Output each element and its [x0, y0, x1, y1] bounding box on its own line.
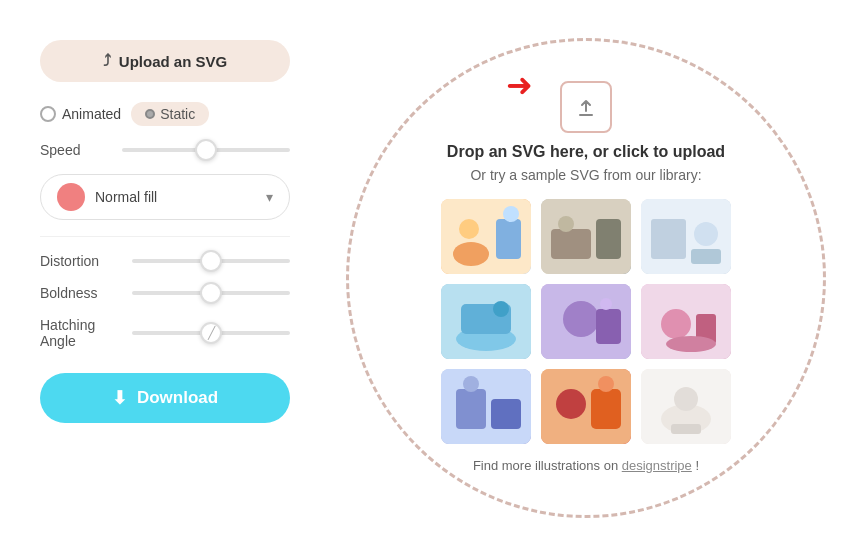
divider-1 [40, 236, 290, 237]
svg-rect-19 [596, 309, 621, 344]
svg-rect-6 [551, 229, 591, 259]
svg-point-32 [598, 376, 614, 392]
distortion-label: Distortion [40, 253, 120, 269]
svg-point-4 [503, 206, 519, 222]
svg-rect-10 [651, 219, 686, 259]
svg-point-2 [459, 219, 479, 239]
find-more-prefix: Find more illustrations on [473, 458, 622, 473]
distortion-thumb[interactable] [200, 250, 222, 272]
boldness-slider[interactable] [132, 291, 290, 295]
animation-toggle-row: Animated Static [40, 102, 290, 126]
sample-thumb-2[interactable] [541, 199, 631, 274]
speed-slider[interactable] [122, 148, 290, 152]
svg-point-16 [493, 301, 509, 317]
svg-point-11 [694, 222, 718, 246]
drop-text: Drop an SVG here, or click to upload [447, 143, 725, 161]
sample-thumb-5[interactable] [541, 284, 631, 359]
svg-point-8 [558, 216, 574, 232]
download-icon: ⬇ [112, 387, 127, 409]
boldness-row: Boldness [40, 285, 290, 301]
sample-thumb-3[interactable] [641, 199, 731, 274]
svg-point-22 [661, 309, 691, 339]
upload-svg-label: Upload an SVG [119, 53, 227, 70]
animated-option[interactable]: Animated [40, 106, 121, 122]
static-label: Static [160, 106, 195, 122]
svg-rect-31 [591, 389, 621, 429]
drop-zone[interactable]: ➜ Drop an SVG here, or click to upload O… [346, 38, 826, 518]
sample-thumb-4[interactable] [441, 284, 531, 359]
svg-rect-26 [456, 389, 486, 429]
fill-color-swatch [57, 183, 85, 211]
thumbnail-grid [441, 199, 731, 444]
boldness-label: Boldness [40, 285, 120, 301]
fill-selector[interactable]: Normal fill ▾ [40, 174, 290, 220]
svg-rect-36 [671, 424, 701, 434]
download-label: Download [137, 388, 218, 408]
upload-area-icon [560, 81, 612, 133]
download-button[interactable]: ⬇ Download [40, 373, 290, 423]
svg-point-35 [674, 387, 698, 411]
hatching-thumb[interactable]: ╱ [200, 322, 222, 344]
chevron-down-icon: ▾ [266, 189, 273, 205]
svg-point-24 [666, 336, 716, 352]
app-container: ⤴ Upload an SVG Animated Static Speed No… [0, 0, 862, 556]
svg-point-1 [453, 242, 489, 266]
sample-thumb-8[interactable] [541, 369, 631, 444]
svg-point-18 [563, 301, 599, 337]
sample-thumb-7[interactable] [441, 369, 531, 444]
svg-rect-7 [596, 219, 621, 259]
designstripe-link[interactable]: designstripe [622, 458, 692, 473]
svg-point-28 [463, 376, 479, 392]
speed-thumb[interactable] [195, 139, 217, 161]
sample-thumb-6[interactable] [641, 284, 731, 359]
distortion-slider[interactable] [132, 259, 290, 263]
hatching-slider[interactable]: ╱ [132, 331, 290, 335]
find-more-text: Find more illustrations on designstripe … [473, 458, 699, 473]
distortion-row: Distortion [40, 253, 290, 269]
svg-rect-27 [491, 399, 521, 429]
upload-icon: ⤴ [103, 52, 111, 70]
static-badge[interactable]: Static [131, 102, 209, 126]
static-dot-icon [145, 109, 155, 119]
svg-rect-12 [691, 249, 721, 264]
animated-label: Animated [62, 106, 121, 122]
right-panel: ➜ Drop an SVG here, or click to upload O… [330, 20, 842, 536]
svg-point-20 [600, 298, 612, 310]
speed-label: Speed [40, 142, 110, 158]
svg-rect-3 [496, 219, 521, 259]
upload-svg-button[interactable]: ⤴ Upload an SVG [40, 40, 290, 82]
animated-radio[interactable] [40, 106, 56, 122]
arrow-annotation: ➜ [506, 69, 533, 101]
find-more-suffix: ! [695, 458, 699, 473]
hatching-row: Hatching Angle ╱ [40, 317, 290, 349]
svg-point-30 [556, 389, 586, 419]
boldness-thumb[interactable] [200, 282, 222, 304]
sample-thumb-9[interactable] [641, 369, 731, 444]
sample-thumb-1[interactable] [441, 199, 531, 274]
hatching-label: Hatching Angle [40, 317, 120, 349]
sample-text: Or try a sample SVG from our library: [470, 167, 701, 183]
speed-row: Speed [40, 142, 290, 158]
left-panel: ⤴ Upload an SVG Animated Static Speed No… [20, 20, 310, 536]
red-arrow-icon: ➜ [506, 69, 533, 101]
fill-label: Normal fill [95, 189, 256, 205]
